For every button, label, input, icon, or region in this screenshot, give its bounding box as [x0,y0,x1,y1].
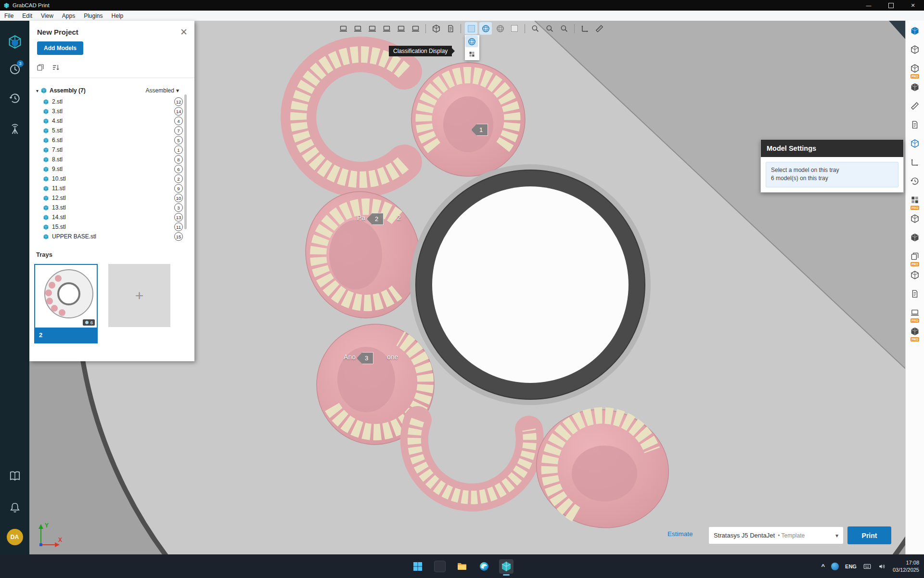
measure-icon[interactable] [593,22,605,35]
rotate-icon[interactable] [908,175,922,187]
analyze-icon[interactable] [0,123,29,135]
menu-view[interactable]: View [37,13,58,19]
move-icon[interactable] [908,156,922,169]
material-pro-icon[interactable]: PRO [908,325,922,338]
duplicate-view-icon[interactable] [36,63,45,72]
history-icon[interactable] [0,92,29,105]
add-tray-card[interactable]: + [108,264,170,327]
list-item[interactable]: 9.stl6 [29,164,194,174]
grabcad-print-taskbar-icon[interactable] [499,559,513,574]
list-item[interactable]: 10.stl2 [29,174,194,184]
right-tools-sidebar: PRO PRO PRO PRO PRO [905,21,924,554]
tray-icon-5[interactable] [395,22,407,35]
tray-report-icon[interactable] [444,22,457,35]
list-item[interactable]: 11.stl9 [29,184,194,193]
print-button[interactable]: Print [847,526,891,544]
list-item[interactable]: 12.stl10 [29,193,194,203]
menu-help[interactable]: Help [107,13,128,19]
model-number-badge: 11 [174,223,183,231]
language-indicator[interactable]: ENG [845,564,857,569]
list-item[interactable]: 14.stl13 [29,212,194,222]
expand-caret-icon[interactable]: ▾ [36,88,38,93]
model-display-icon[interactable] [465,22,477,35]
list-item[interactable]: UPPER BASE.stl15 [29,232,194,241]
hollow-icon[interactable] [908,269,922,281]
model-cube-icon [43,99,49,105]
orient-icon[interactable] [908,137,922,150]
classification-legend-icon[interactable] [465,48,478,60]
classification-display-icon[interactable] [479,22,492,35]
assembly-state-dropdown[interactable]: Assembled ▾ [146,87,179,94]
date: 03/12/2025 [893,566,919,574]
menu-apps[interactable]: Apps [58,13,79,19]
list-item[interactable]: 8.stl8 [29,155,194,164]
close-button[interactable]: ✕ [902,0,924,11]
measure-tool-icon[interactable] [908,100,922,112]
touch-keyboard-icon[interactable] [863,562,872,571]
model-cube-icon [43,205,49,211]
list-item[interactable]: 3.stl14 [29,106,194,116]
annotate-icon[interactable] [908,118,922,131]
model-cube-icon [43,214,49,221]
list-item[interactable]: 13.stl3 [29,203,194,212]
tray-center-hub [410,164,651,405]
menu-edit[interactable]: Edit [18,13,37,19]
zoom-settings-icon[interactable] [543,22,556,35]
start-button[interactable] [411,559,425,574]
estimate-link[interactable]: Estimate [667,530,693,538]
learn-icon[interactable] [0,470,29,482]
list-item[interactable]: 7.stl1 [29,145,194,155]
menu-file[interactable]: File [0,13,18,19]
list-item[interactable]: 5.stl7 [29,126,194,135]
list-scrollbar[interactable] [184,94,187,229]
minimize-button[interactable]: — [858,0,880,11]
close-panel-icon[interactable]: ✕ [180,27,188,37]
stack-pro-icon[interactable]: PRO [908,250,922,263]
sort-icon[interactable] [51,63,60,72]
tray-card-selected[interactable]: 6 2 [34,264,98,343]
y-axis-label: Y [45,522,49,529]
orientation-cube-icon[interactable] [908,25,922,37]
add-models-button[interactable]: Add Models [37,41,83,55]
system-tray-app-icon[interactable] [831,563,839,570]
validate-pro-icon[interactable]: PRO [908,306,922,319]
tray-icon-4[interactable] [380,22,393,35]
mirror-icon[interactable] [908,212,922,225]
app-window-icon[interactable] [433,559,447,574]
clock[interactable]: 17:08 03/12/2025 [893,559,919,574]
import-icon[interactable] [908,43,922,56]
list-item[interactable]: 4.stl4 [29,116,194,126]
support-icon[interactable] [908,288,922,300]
tray-icon-1[interactable] [337,22,349,35]
notifications-bell-icon[interactable] [0,501,29,514]
dental-model-2[interactable] [411,63,525,176]
list-item[interactable]: 6.stl5 [29,135,194,145]
menu-plugins[interactable]: Plugins [79,13,107,19]
transparency-display-icon[interactable] [508,22,521,35]
file-explorer-icon[interactable] [455,559,469,574]
zoom-icon[interactable] [558,22,570,35]
insert-base-pro-icon[interactable]: PRO [908,62,922,75]
cube-view-icon[interactable] [430,22,442,35]
edge-icon[interactable] [477,559,491,574]
axes-icon[interactable] [578,22,591,35]
user-avatar[interactable]: DA [0,529,29,545]
tray-icon-3[interactable] [366,22,378,35]
tray-icon-6[interactable] [409,22,422,35]
classification-display-selected-icon[interactable] [465,36,478,47]
chevron-up-icon[interactable]: ^ [821,563,825,570]
duplicate-icon[interactable] [908,231,922,244]
list-item[interactable]: 15.stl11 [29,222,194,232]
scale-pro-icon[interactable]: PRO [908,194,922,206]
shaded-display-icon[interactable] [494,22,506,35]
tray-icon-2[interactable] [351,22,364,35]
zoom-selection-icon[interactable] [529,22,541,35]
list-item[interactable]: 2.stl12 [29,97,194,106]
printer-select[interactable]: Stratasys J5 DentaJet • Template ▾ [708,526,844,544]
maximize-button[interactable] [880,0,902,11]
assembly-row[interactable]: ▾ Assembly (7) Assembled ▾ [29,85,194,96]
display-options-popup [465,35,479,60]
arrange-icon[interactable] [908,81,922,93]
schedule-icon[interactable]: 3 [0,63,29,76]
volume-icon[interactable] [878,562,886,571]
